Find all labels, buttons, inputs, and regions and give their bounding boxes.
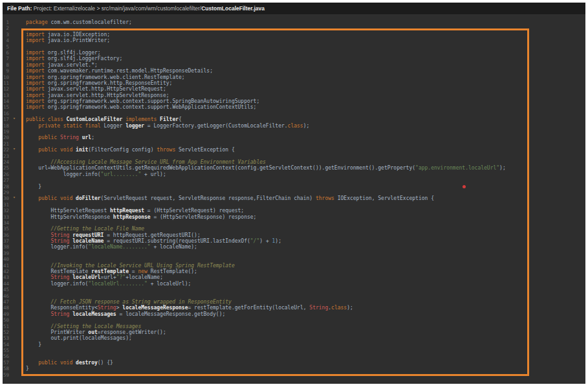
code-line[interactable]: 45: [3, 287, 585, 293]
fold-arrow-icon[interactable]: ▾: [13, 146, 16, 152]
code-line[interactable]: 33 HttpServletResponse httpResponse = (H…: [3, 214, 585, 220]
line-number[interactable]: 53: [3, 335, 9, 341]
line-number[interactable]: 45: [3, 287, 9, 293]
line-number[interactable]: 28: [3, 184, 9, 190]
line-number[interactable]: 43: [3, 274, 9, 280]
line-number[interactable]: 54: [3, 342, 9, 348]
code-line[interactable]: 41 //Invoking the Locale Service URL Usi…: [3, 263, 585, 269]
line-number[interactable]: 25: [3, 165, 9, 171]
line-number[interactable]: 19: [3, 129, 9, 135]
line-number[interactable]: 26: [3, 171, 9, 177]
line-number[interactable]: 5: [3, 44, 9, 50]
code-line[interactable]: 1package com.wm.customlocalefilter;: [3, 19, 585, 25]
code-line[interactable]: 49 String localeMessages = localeMessage…: [3, 311, 585, 317]
line-number[interactable]: 49: [3, 311, 9, 317]
code-line[interactable]: 27: [3, 177, 585, 183]
code-line[interactable]: 12import javax.servlet.http.HttpServletR…: [3, 86, 585, 92]
line-number[interactable]: 8: [3, 62, 9, 68]
line-number[interactable]: 44: [3, 281, 9, 287]
line-number[interactable]: 37: [3, 238, 9, 244]
line-number[interactable]: 57: [3, 360, 9, 366]
code-editor[interactable]: 1package com.wm.customlocalefilter;23imp…: [3, 16, 585, 384]
code-line[interactable]: 55: [3, 348, 585, 353]
line-number[interactable]: 17: [3, 116, 9, 122]
code-line[interactable]: 57 public void destroy() {}: [3, 360, 585, 366]
code-line[interactable]: 58}: [3, 366, 585, 371]
line-number[interactable]: 10: [3, 74, 9, 80]
line-number[interactable]: 55: [3, 348, 9, 353]
code-line[interactable]: 34: [3, 220, 585, 226]
line-number[interactable]: 7: [3, 56, 9, 61]
code-line[interactable]: 4import java.io.PrintWriter;: [3, 38, 585, 43]
code-line[interactable]: 29: [3, 190, 585, 195]
code-line[interactable]: 30▾ public void doFilter(ServletRequest …: [3, 195, 585, 201]
code-line[interactable]: 35 //Getting the Locale File Name: [3, 226, 585, 232]
code-line[interactable]: 53 out.print(localeMessages);: [3, 335, 585, 341]
line-number[interactable]: 27: [3, 177, 9, 183]
code-line[interactable]: 14import org.springframework.web.context…: [3, 98, 585, 104]
line-number[interactable]: 47: [3, 299, 9, 305]
code-line[interactable]: 59: [3, 372, 585, 378]
line-number[interactable]: 51: [3, 324, 9, 329]
line-number[interactable]: 33: [3, 214, 9, 220]
code-line[interactable]: 9import com.wavemaker.runtime.rest.model…: [3, 68, 585, 74]
code-line[interactable]: 43 String localeUrl=url+"?"+localeName;: [3, 274, 585, 280]
code-line[interactable]: 52 PrintWriter out=response.getWriter();: [3, 329, 585, 335]
code-line[interactable]: 8import javax.servlet.*;: [3, 62, 585, 68]
line-number[interactable]: 3: [3, 32, 9, 38]
line-number[interactable]: 42: [3, 269, 9, 274]
line-number[interactable]: 34: [3, 220, 9, 226]
code-line[interactable]: 2: [3, 25, 585, 31]
line-number[interactable]: 15: [3, 104, 9, 110]
code-line[interactable]: 11import org.springframework.http.Respon…: [3, 80, 585, 86]
code-line[interactable]: 23: [3, 153, 585, 159]
code-line[interactable]: 24 //Accessing Locale Message Service UR…: [3, 159, 585, 165]
line-number[interactable]: 14: [3, 98, 9, 104]
line-number[interactable]: 24: [3, 159, 9, 165]
line-number[interactable]: 32: [3, 208, 9, 214]
line-number[interactable]: 29: [3, 190, 9, 195]
code-line[interactable]: 38 logger.info("localeName........" + lo…: [3, 244, 585, 250]
line-number[interactable]: 23: [3, 153, 9, 159]
code-line[interactable]: 19: [3, 129, 585, 135]
line-number[interactable]: 4: [3, 38, 9, 43]
line-number[interactable]: 46: [3, 293, 9, 299]
code-line[interactable]: 51 //Setting the Locale Messages: [3, 324, 585, 329]
code-line[interactable]: 21: [3, 141, 585, 147]
code-line[interactable]: 40: [3, 256, 585, 262]
fold-arrow-icon[interactable]: ▾: [13, 195, 16, 201]
line-number[interactable]: 9: [3, 68, 9, 74]
code-line[interactable]: 44 logger.info("localeUrl........" + loc…: [3, 281, 585, 287]
line-number[interactable]: 56: [3, 353, 9, 359]
fold-arrow-icon[interactable]: ▾: [13, 116, 16, 122]
code-line[interactable]: 42 RestTemplate restTemplate = new RestT…: [3, 269, 585, 274]
code-line[interactable]: 56: [3, 353, 585, 359]
line-number[interactable]: 36: [3, 232, 9, 238]
code-line[interactable]: 15import org.springframework.web.context…: [3, 104, 585, 110]
code-line[interactable]: 20 public String url;: [3, 135, 585, 140]
line-number[interactable]: 11: [3, 80, 9, 86]
line-number[interactable]: 31: [3, 202, 9, 208]
code-line[interactable]: 26 logger.info("url........" + url);: [3, 171, 585, 177]
code-line[interactable]: 3import java.io.IOException;: [3, 32, 585, 38]
line-number[interactable]: 40: [3, 256, 9, 262]
code-line[interactable]: 6import org.slf4j.Logger;: [3, 50, 585, 56]
line-number[interactable]: 20: [3, 135, 9, 140]
line-number[interactable]: 1: [3, 19, 9, 25]
code-line[interactable]: 13import javax.servlet.http.HttpServletR…: [3, 93, 585, 98]
code-line[interactable]: 10import org.springframework.web.client.…: [3, 74, 585, 80]
code-line[interactable]: 17▾public class CustomLocaleFilter imple…: [3, 116, 585, 122]
line-number[interactable]: 38: [3, 244, 9, 250]
line-number[interactable]: 39: [3, 250, 9, 256]
code-line[interactable]: 7import org.slf4j.LoggerFactory;: [3, 56, 585, 61]
code-line[interactable]: 22▾ public void init(FilterConfig config…: [3, 147, 585, 153]
line-number[interactable]: 59: [3, 372, 9, 378]
line-number[interactable]: 13: [3, 93, 9, 98]
line-number[interactable]: 48: [3, 305, 9, 311]
line-number[interactable]: 18: [3, 123, 9, 129]
code-line[interactable]: 5: [3, 44, 585, 50]
code-line[interactable]: 37 String localeName = requestURI.substr…: [3, 238, 585, 244]
line-number[interactable]: 22: [3, 147, 9, 153]
line-number[interactable]: 30: [3, 195, 9, 201]
code-line[interactable]: 46: [3, 293, 585, 299]
